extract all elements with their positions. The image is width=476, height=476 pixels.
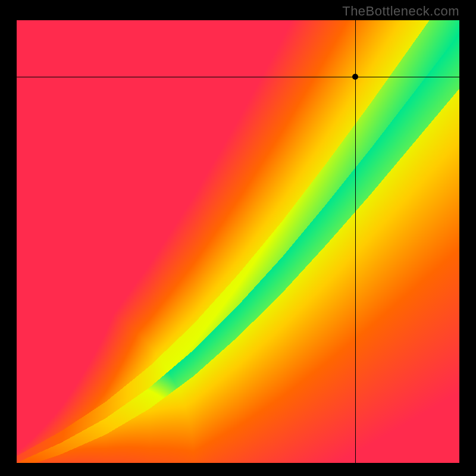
crosshair-horizontal (17, 77, 459, 77)
plot-area (17, 20, 459, 463)
crosshair-marker (352, 74, 358, 80)
watermark-text: TheBottleneck.com (342, 4, 459, 19)
crosshair-vertical (355, 20, 356, 463)
heatmap-canvas (17, 20, 459, 463)
chart-frame: TheBottleneck.com (0, 0, 476, 476)
